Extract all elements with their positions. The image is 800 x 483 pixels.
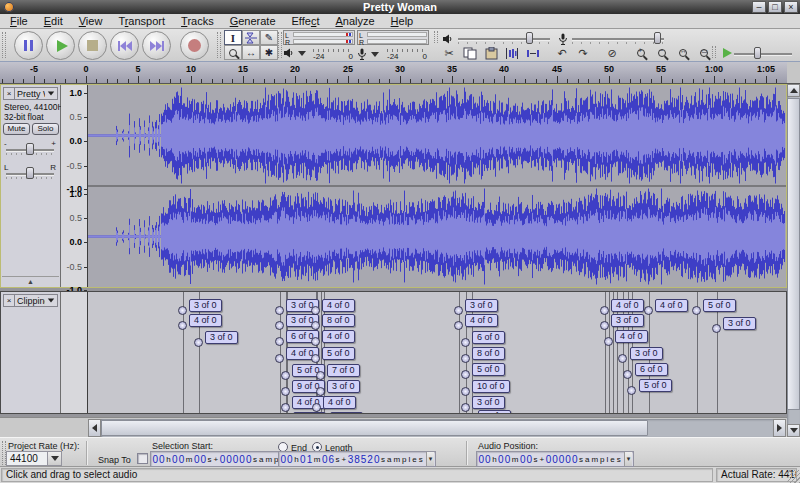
envelope-tool-button[interactable] [242, 30, 260, 45]
input-volume-slider[interactable] [572, 38, 664, 40]
clip-label[interactable]: 8 of 0 [322, 314, 355, 327]
clip-label[interactable]: 3 of 0 [330, 412, 363, 413]
track-collapse-button[interactable]: ▲ [2, 276, 59, 286]
audio-position-field[interactable]: 00 h 00 m 00 s+00000 samples▾ [476, 451, 634, 467]
clip-label[interactable]: 3 of 0 [723, 317, 756, 330]
label-handle[interactable] [316, 371, 325, 380]
clip-label[interactable]: 5 of 0 [472, 363, 505, 376]
clip-label[interactable]: 3 of 0 [630, 347, 663, 360]
gain-slider[interactable]: - + [4, 139, 56, 159]
label-handle[interactable] [461, 370, 470, 379]
clip-label[interactable]: 5 of 0 [639, 379, 672, 392]
label-handle[interactable] [461, 354, 470, 363]
track-menu-button[interactable] [45, 89, 57, 99]
playback-meter[interactable]: L R [283, 30, 355, 45]
pan-slider[interactable]: L R [4, 163, 56, 183]
dropdown-icon[interactable]: ▾ [426, 452, 435, 466]
timeshift-tool-button[interactable]: ↔ [242, 45, 260, 60]
label-handle[interactable] [461, 338, 470, 347]
menu-transport[interactable]: Transport [110, 14, 173, 28]
input-volume-thumb[interactable] [654, 32, 661, 44]
vscroll-thumb[interactable] [787, 98, 800, 410]
label-track-content[interactable]: 3 of 04 of 03 of 03 of 03 of 06 of 04 of… [88, 292, 786, 413]
label-handle[interactable] [600, 306, 609, 315]
clip-label[interactable]: 4 of 0 [323, 396, 356, 409]
zoom-in-button[interactable]: + [632, 46, 650, 60]
clip-label[interactable]: 4 of 0 [322, 330, 355, 343]
scroll-right-button[interactable] [773, 419, 786, 437]
label-handle[interactable] [281, 371, 290, 380]
label-boundary-line[interactable] [609, 292, 610, 413]
label-handle[interactable] [275, 337, 284, 346]
clip-label[interactable]: 4 of 0 [611, 299, 644, 312]
horizontal-scrollbar[interactable] [0, 417, 787, 437]
label-handle[interactable] [461, 387, 470, 396]
clip-label[interactable]: 6 of 0 [472, 331, 505, 344]
menu-tracks[interactable]: Tracks [173, 14, 222, 28]
clip-label[interactable]: 3 of 0 [465, 299, 498, 312]
label-handle[interactable] [644, 306, 653, 315]
label-handle[interactable] [618, 354, 627, 363]
clip-label[interactable]: 4 of 0 [293, 412, 326, 413]
clip-label[interactable]: 8 of 0 [472, 347, 505, 360]
toolbar-grip[interactable] [434, 31, 438, 43]
menu-generate[interactable]: Generate [222, 14, 284, 28]
toolbar-grip[interactable] [2, 32, 6, 58]
amplitude-ruler[interactable]: 1.00.50.0-0.5-1.01.00.50.0-0.5-1.0 [61, 85, 88, 287]
dropdown-icon[interactable]: ▾ [624, 452, 633, 466]
clip-label[interactable]: 5 of 0 [703, 299, 736, 312]
playback-speed-thumb[interactable] [754, 47, 761, 59]
toolbar-grip[interactable] [217, 32, 221, 58]
clip-label[interactable]: 3 of 0 [478, 410, 511, 413]
vertical-scrollbar[interactable] [787, 84, 800, 437]
paste-button[interactable] [482, 46, 500, 60]
label-handle[interactable] [461, 403, 470, 412]
label-handle[interactable] [281, 403, 290, 412]
clip-label[interactable]: 3 of 0 [189, 299, 222, 312]
clip-label[interactable]: 3 of 0 [327, 380, 360, 393]
label-handle[interactable] [311, 321, 320, 330]
menu-view[interactable]: View [71, 14, 111, 28]
silence-button[interactable] [524, 46, 542, 60]
menu-help[interactable]: Help [383, 14, 422, 28]
label-track-menu-button[interactable] [45, 296, 57, 306]
label-handle[interactable] [627, 386, 636, 395]
label-handle[interactable] [311, 354, 320, 363]
label-track-close-button[interactable]: × [4, 295, 15, 306]
undo-button[interactable]: ↶ [553, 46, 571, 60]
waveform-view[interactable] [88, 85, 786, 287]
gain-slider-thumb[interactable] [26, 143, 34, 155]
menu-file[interactable]: File [2, 14, 36, 28]
clip-label[interactable]: 4 of 0 [322, 299, 355, 312]
selection-length-field[interactable]: 00 h 01 m 06 s+38520 samples▾ [278, 451, 436, 467]
menu-effect[interactable]: Effect [284, 14, 328, 28]
label-handle[interactable] [281, 387, 290, 396]
label-handle[interactable] [311, 306, 320, 315]
recording-meter[interactable]: L R [357, 30, 429, 45]
fit-selection-button[interactable]: ↔ [674, 46, 692, 60]
output-volume-thumb[interactable] [526, 32, 533, 44]
toolbar-grip[interactable] [712, 46, 716, 58]
recording-meter-menu[interactable] [357, 48, 381, 60]
clip-label[interactable]: 5 of 0 [322, 347, 355, 360]
fit-project-button[interactable]: ▭ [695, 46, 713, 60]
rewind-button[interactable] [110, 31, 139, 60]
title-bar[interactable]: Pretty Woman – □ × [0, 0, 800, 14]
label-handle[interactable] [194, 338, 203, 347]
label-handle[interactable] [692, 306, 701, 315]
label-handle[interactable] [454, 321, 463, 330]
selection-tool-button[interactable]: I [224, 30, 242, 45]
clip-label[interactable]: 10 of 0 [472, 380, 510, 393]
label-handle[interactable] [312, 403, 321, 412]
label-handle[interactable] [623, 370, 632, 379]
close-button[interactable]: × [784, 1, 798, 13]
clip-label[interactable]: 4 of 0 [615, 330, 648, 343]
clip-label[interactable]: 4 of 0 [189, 314, 222, 327]
label-handle[interactable] [275, 354, 284, 363]
label-handle[interactable] [712, 324, 721, 333]
pan-slider-thumb[interactable] [26, 167, 34, 179]
scroll-left-button[interactable] [88, 419, 101, 437]
trim-button[interactable] [503, 46, 521, 60]
clip-label[interactable]: 3 of 0 [472, 396, 505, 409]
snap-to-checkbox[interactable] [137, 453, 148, 464]
